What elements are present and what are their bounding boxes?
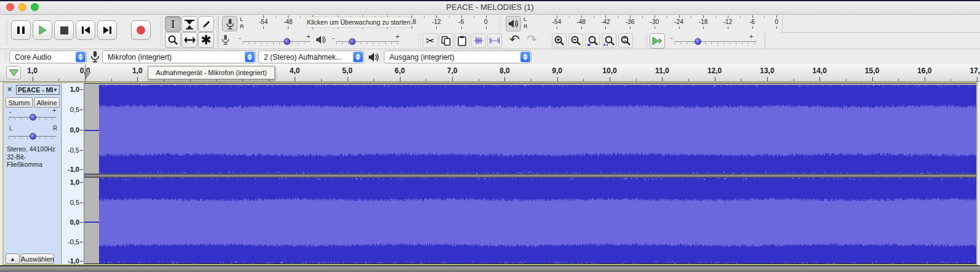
tools-toolbar-grip[interactable] xyxy=(159,17,163,47)
meter-tick xyxy=(461,15,462,18)
meter-tick xyxy=(776,26,777,29)
track-waveform-area[interactable] xyxy=(84,83,976,264)
meter-tick xyxy=(630,15,631,18)
meter-tick xyxy=(703,15,704,18)
meter-tick xyxy=(679,15,680,18)
track-menu-arrow-icon: ▼ xyxy=(53,87,58,93)
vertical-ruler[interactable]: 1,00,50,0-0,5-1,01,00,50,0-0,5-1,0 xyxy=(62,83,84,264)
pause-icon xyxy=(17,26,25,34)
playhead-cursor-icon[interactable] xyxy=(86,72,91,80)
amplitude-label: -0,5 xyxy=(68,146,79,154)
meter-tick xyxy=(740,16,741,18)
meter-db-label: -6 xyxy=(458,18,464,25)
meter-db-label: -54 xyxy=(552,18,561,25)
pan-slider[interactable] xyxy=(9,133,57,140)
track-name-menu[interactable]: PEACE - MEL ▼ xyxy=(16,85,60,95)
multi-tool-icon: ✱ xyxy=(201,34,212,46)
zoom-toggle-button[interactable] xyxy=(618,33,633,48)
meter-tick xyxy=(594,16,594,18)
ruler-minor-tick xyxy=(321,79,322,81)
time-shift-tool-button[interactable] xyxy=(181,32,197,48)
channel-separator[interactable] xyxy=(84,174,976,178)
audio-host-dropdown[interactable]: Core Audio xyxy=(9,50,87,63)
meter-db-label: -36 xyxy=(626,18,634,25)
close-track-button[interactable]: ✕ xyxy=(7,86,12,94)
playback-meter-grip[interactable] xyxy=(498,17,502,31)
transcription-toolbar-grip[interactable] xyxy=(645,34,648,47)
select-label: Auswählen xyxy=(21,255,54,263)
meter-tick xyxy=(581,15,582,18)
meter-tick xyxy=(776,15,777,18)
skip-to-end-button[interactable] xyxy=(97,20,117,40)
multi-tool-button[interactable]: ✱ xyxy=(198,32,214,48)
ruler-minor-tick xyxy=(373,79,374,81)
ruler-major-tick xyxy=(557,77,558,81)
device-toolbar-grip[interactable] xyxy=(4,51,7,62)
ruler-major-tick xyxy=(977,77,978,81)
collapse-track-button[interactable]: ▲ xyxy=(6,254,20,264)
zoom-out-button[interactable] xyxy=(568,33,583,48)
stop-button[interactable] xyxy=(54,20,74,40)
paste-button[interactable] xyxy=(455,33,469,48)
meter-db-label: -30 xyxy=(650,18,659,25)
mixer-speaker-icon xyxy=(316,35,326,44)
amplitude-label: 0,5 xyxy=(70,106,79,113)
cut-button[interactable]: ✂ xyxy=(423,33,437,48)
track: ✕ PEACE - MEL ▼ Stumm Alleine - + L R St… xyxy=(2,82,978,265)
meter-tick xyxy=(703,26,704,29)
pause-button[interactable] xyxy=(11,20,31,40)
meter-tick xyxy=(276,16,276,18)
edit-toolbar-grip[interactable] xyxy=(418,34,421,47)
ruler-time-label: 14,0 xyxy=(813,66,827,75)
envelope-tool-button[interactable] xyxy=(181,16,197,32)
meter-db-label: -18 xyxy=(699,18,707,25)
copy-button[interactable] xyxy=(439,33,453,48)
fit-project-button[interactable] xyxy=(602,33,616,48)
mute-button[interactable]: Stumm xyxy=(6,97,33,108)
ruler-major-tick xyxy=(715,77,715,81)
audio-host-value: Core Audio xyxy=(15,53,51,62)
play-button[interactable] xyxy=(33,20,52,40)
pinned-play-head-button[interactable] xyxy=(6,66,21,79)
playback-volume-slider[interactable] xyxy=(336,38,399,46)
recording-meter-button[interactable] xyxy=(222,16,237,31)
waveform-left-channel[interactable] xyxy=(99,85,976,174)
trim-audio-button[interactable] xyxy=(471,33,486,48)
selection-tool-button[interactable]: I xyxy=(165,16,181,32)
play-meter-left-label: L xyxy=(524,16,527,23)
draw-tool-button[interactable] xyxy=(198,16,214,32)
waveform-right-channel[interactable] xyxy=(99,178,976,263)
timeline-ruler[interactable]: 1,00,01,02,03,04,05,06,07,08,09,010,011,… xyxy=(0,64,980,82)
zero-line xyxy=(84,130,99,131)
select-track-button[interactable]: Auswählen xyxy=(21,254,54,264)
redo-button[interactable]: ↷ xyxy=(527,32,537,47)
transport-toolbar-grip[interactable] xyxy=(5,18,9,46)
playback-device-icon xyxy=(368,52,380,62)
meter-tick xyxy=(752,15,753,18)
record-button[interactable] xyxy=(131,20,151,40)
recording-device-dropdown[interactable]: Mikrofon (integriert) xyxy=(102,50,256,63)
gain-slider[interactable] xyxy=(9,114,57,121)
time-shift-icon xyxy=(184,36,196,44)
meter-tick xyxy=(679,26,680,29)
recording-channels-dropdown[interactable]: 2 (Stereo) Aufnahmek... xyxy=(258,50,364,63)
pan-left-label: L xyxy=(9,125,13,132)
undo-button[interactable]: ↶ xyxy=(509,32,520,47)
play-speed-slider[interactable] xyxy=(674,38,757,46)
playback-meter-button[interactable] xyxy=(506,16,521,31)
skip-to-start-button[interactable] xyxy=(76,20,95,40)
amplitude-tick xyxy=(80,222,83,223)
zoom-tool-button[interactable] xyxy=(165,32,181,48)
zoom-in-button[interactable] xyxy=(552,33,567,48)
window-top-edge xyxy=(0,0,980,1)
audacity-window: PEACE - MELODIES (1) I xyxy=(0,0,980,272)
monitoring-hint[interactable]: Klicken um Überwachung zu starten xyxy=(306,17,412,28)
fit-selection-button[interactable] xyxy=(585,33,600,48)
rec-meter-right-label: R xyxy=(240,23,244,30)
meter-db-label: -42 xyxy=(601,18,610,25)
silence-audio-button[interactable] xyxy=(487,33,502,48)
recording-volume-slider[interactable] xyxy=(242,38,310,46)
playback-device-dropdown[interactable]: Ausgang (integriert) xyxy=(384,50,532,63)
play-at-speed-button[interactable] xyxy=(650,33,665,49)
track-control-panel[interactable]: ✕ PEACE - MEL ▼ Stumm Alleine - + L R St… xyxy=(4,83,62,264)
